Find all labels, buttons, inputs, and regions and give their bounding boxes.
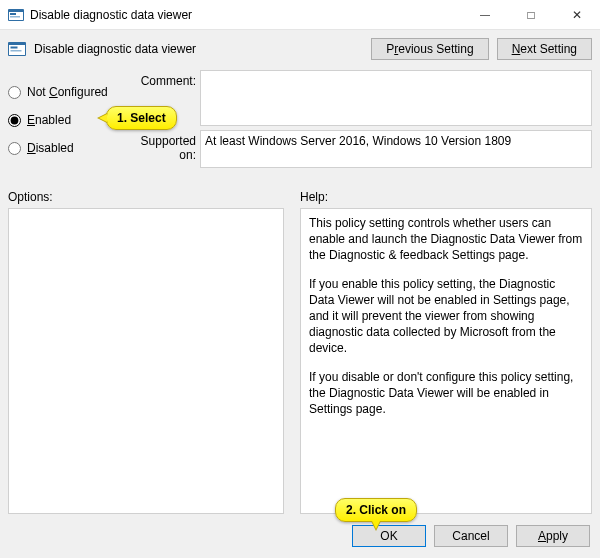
radio-enabled-input[interactable] [8,114,21,127]
help-pane: Help: This policy setting controls wheth… [300,184,592,514]
comment-label: Comment: [126,70,200,88]
maximize-button[interactable] [508,0,554,29]
radio-disabled-input[interactable] [8,142,21,155]
svg-rect-7 [11,50,22,52]
supported-row: Supported on: At least Windows Server 20… [126,130,592,168]
svg-rect-3 [10,16,20,18]
supported-on-text: At least Windows Server 2016, Windows 10… [200,130,592,168]
help-paragraph: This policy setting controls whether use… [309,215,583,264]
config-right: Comment: Supported on: At least Windows … [126,70,592,182]
pane-splitter[interactable] [290,184,294,514]
previous-setting-button[interactable]: Previous Setting [371,38,488,60]
annotation-click-ok: 2. Click on [335,498,417,522]
comment-row: Comment: [126,70,592,126]
radio-not-configured-input[interactable] [8,86,21,99]
help-box: This policy setting controls whether use… [300,208,592,514]
close-button[interactable] [554,0,600,29]
window-controls [462,0,600,29]
options-box [8,208,284,514]
options-pane: Options: [8,184,284,514]
apply-button[interactable]: Apply [516,525,590,547]
window-title: Disable diagnostic data viewer [30,8,462,22]
help-paragraph: If you enable this policy setting, the D… [309,276,583,357]
state-radio-group: Not Configured Enabled 1. Select Disable… [8,70,118,182]
next-setting-button[interactable]: Next Setting [497,38,592,60]
supported-label: Supported on: [126,130,200,162]
policy-icon [8,40,28,58]
configuration-area: Not Configured Enabled 1. Select Disable… [0,68,600,184]
gpedit-policy-window: Disable diagnostic data viewer Disable d… [0,0,600,558]
comment-input[interactable] [200,70,592,126]
radio-not-configured[interactable]: Not Configured [8,78,118,106]
window-icon [8,7,24,23]
options-label: Options: [8,184,284,208]
ok-button[interactable]: OK [352,525,426,547]
policy-header-row: Disable diagnostic data viewer Previous … [0,30,600,68]
lower-panes: Options: Help: This policy setting contr… [0,184,600,514]
help-label: Help: [300,184,592,208]
cancel-button[interactable]: Cancel [434,525,508,547]
help-paragraph: If you disable or don't configure this p… [309,369,583,418]
minimize-button[interactable] [462,0,508,29]
dialog-footer: 2. Click on OK Cancel Apply [0,514,600,558]
svg-rect-2 [10,13,16,15]
svg-rect-6 [11,47,18,49]
policy-title: Disable diagnostic data viewer [34,42,196,56]
radio-enabled[interactable]: Enabled 1. Select [8,106,118,134]
titlebar: Disable diagnostic data viewer [0,0,600,30]
annotation-select: 1. Select [106,106,177,130]
radio-disabled[interactable]: Disabled [8,134,118,162]
